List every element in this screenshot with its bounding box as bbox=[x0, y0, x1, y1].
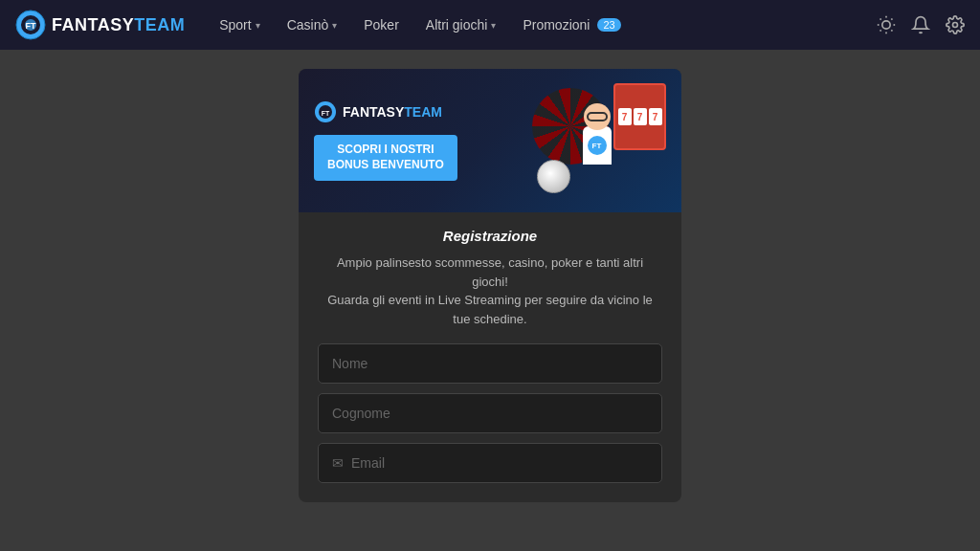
promo-badge: 23 bbox=[597, 18, 620, 32]
nav-altri-giochi[interactable]: Altri giochi ▾ bbox=[414, 11, 508, 38]
nav-promozioni[interactable]: Promozioni 23 bbox=[511, 11, 632, 38]
logo[interactable]: FT FANTASYTEAM bbox=[15, 10, 185, 40]
chevron-down-icon: ▾ bbox=[491, 20, 496, 31]
nav-casino[interactable]: Casinò ▾ bbox=[276, 11, 349, 38]
mascot-body: FT bbox=[583, 126, 612, 165]
svg-line-11 bbox=[880, 30, 881, 31]
banner-right: 7 7 7 FT bbox=[494, 78, 666, 203]
cognome-field-wrapper bbox=[318, 393, 662, 433]
settings-button[interactable] bbox=[946, 15, 965, 34]
nome-field-wrapper bbox=[318, 343, 662, 384]
soccer-ball bbox=[537, 160, 570, 193]
form-section: Registrazione Ampio palinsesto scommesse… bbox=[299, 212, 681, 483]
nav-right bbox=[877, 15, 965, 34]
banner-logo: FT FANTASYTEAM bbox=[314, 100, 457, 123]
svg-point-13 bbox=[953, 23, 958, 28]
description-text: Ampio palinsesto scommesse, casino, poke… bbox=[318, 253, 662, 328]
email-input[interactable] bbox=[351, 455, 648, 471]
mascot: FT bbox=[575, 126, 618, 203]
nome-input[interactable] bbox=[332, 356, 648, 371]
banner-logo-text: FANTASYTEAM bbox=[343, 104, 442, 120]
registration-title: Registrazione bbox=[318, 228, 662, 244]
logo-text: FANTASYTEAM bbox=[52, 15, 185, 35]
logo-icon: FT bbox=[15, 10, 46, 40]
mascot-head bbox=[584, 103, 611, 130]
svg-line-8 bbox=[891, 30, 892, 31]
svg-point-4 bbox=[882, 21, 890, 29]
email-icon: ✉ bbox=[332, 455, 344, 471]
email-field-wrapper: ✉ bbox=[318, 443, 662, 483]
registration-card: FT FANTASYTEAM SCOPRI I NOSTRI BONUS BEN… bbox=[299, 69, 681, 502]
slot-row: 7 7 7 bbox=[618, 108, 662, 125]
bonus-cta-button[interactable]: SCOPRI I NOSTRI BONUS BENVENUTO bbox=[314, 135, 457, 180]
svg-line-12 bbox=[891, 19, 892, 20]
banner: FT FANTASYTEAM SCOPRI I NOSTRI BONUS BEN… bbox=[299, 69, 681, 212]
nav-sport[interactable]: Sport ▾ bbox=[208, 11, 271, 38]
svg-line-7 bbox=[880, 19, 881, 20]
cognome-input[interactable] bbox=[332, 406, 648, 421]
notifications-button[interactable] bbox=[911, 15, 930, 34]
svg-text:FT: FT bbox=[26, 21, 36, 31]
svg-text:FT: FT bbox=[322, 110, 330, 117]
navbar: FT FANTASYTEAM Sport ▾ Casinò ▾ Poker Al… bbox=[0, 0, 980, 50]
chevron-down-icon: ▾ bbox=[256, 20, 260, 31]
main-content: FT FANTASYTEAM SCOPRI I NOSTRI BONUS BEN… bbox=[0, 50, 980, 551]
banner-left: FT FANTASYTEAM SCOPRI I NOSTRI BONUS BEN… bbox=[314, 100, 457, 180]
banner-logo-icon: FT bbox=[314, 100, 337, 123]
mascot-glasses bbox=[587, 112, 608, 121]
slot-machine: 7 7 7 bbox=[613, 83, 666, 150]
theme-toggle-button[interactable] bbox=[877, 15, 896, 34]
nav-poker[interactable]: Poker bbox=[352, 11, 411, 38]
chevron-down-icon: ▾ bbox=[332, 20, 337, 31]
mascot-shirt: FT bbox=[588, 136, 607, 155]
nav-items: Sport ▾ Casinò ▾ Poker Altri giochi ▾ Pr… bbox=[208, 11, 869, 38]
form-fields: ✉ bbox=[318, 343, 662, 483]
